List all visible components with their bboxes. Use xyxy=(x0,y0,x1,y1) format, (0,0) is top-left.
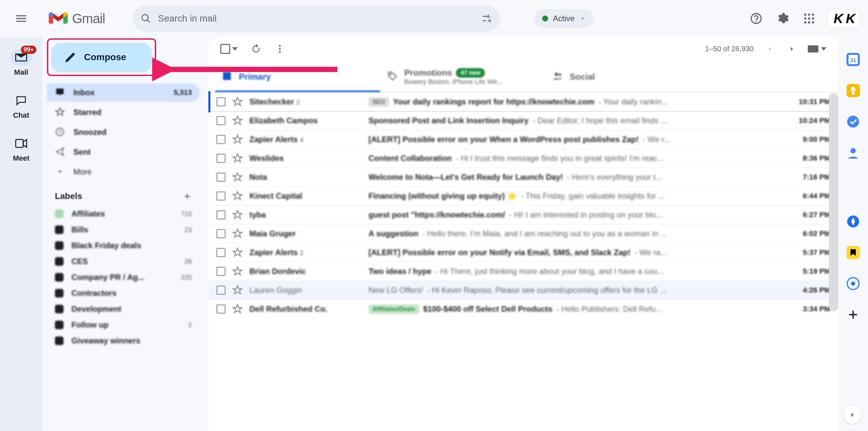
addon-2-icon[interactable] xyxy=(846,246,860,259)
row-checkbox[interactable] xyxy=(216,154,226,163)
row-checkbox[interactable] xyxy=(216,116,226,125)
row-checkbox[interactable] xyxy=(216,210,226,220)
main-menu-button[interactable] xyxy=(8,5,34,32)
expand-panel-button[interactable] xyxy=(843,406,861,424)
label-item[interactable]: Giveaway winners xyxy=(47,333,200,349)
star-button[interactable] xyxy=(232,97,243,107)
addon-3-icon[interactable] xyxy=(846,277,860,290)
row-checkbox[interactable] xyxy=(216,286,226,295)
email-row[interactable]: Sitechecker 2 SEOYour daily rankings rep… xyxy=(208,92,838,111)
email-row[interactable]: Zapier Alerts 4 [ALERT] Possible error o… xyxy=(208,130,838,149)
star-button[interactable] xyxy=(232,115,243,126)
get-addons-button[interactable] xyxy=(846,308,860,321)
select-all[interactable] xyxy=(220,44,238,54)
calendar-icon[interactable]: 31 xyxy=(846,53,860,66)
sidebar-item-more[interactable]: More xyxy=(47,163,200,181)
star-button[interactable] xyxy=(232,209,243,220)
ext-icon-1: K xyxy=(834,11,842,26)
rail-chat[interactable]: Chat xyxy=(10,93,32,120)
tab-promotions[interactable]: Promotions47 newBowery Boston, iPhone Li… xyxy=(380,61,546,92)
label-item[interactable]: Bills 23 xyxy=(47,222,200,238)
sidebar-item-snoozed[interactable]: Snoozed xyxy=(47,123,200,141)
email-subject: Sponsored Post and Link Insertion Inquir… xyxy=(369,116,529,125)
email-time: 10:31 PM xyxy=(787,98,830,106)
star-button[interactable] xyxy=(232,285,243,296)
email-row[interactable]: Lauren Goggin New LG Offers! - Hi Kevin … xyxy=(208,280,838,299)
row-checkbox[interactable] xyxy=(216,135,226,144)
email-row[interactable]: Weslides Content Collaboration - Hi I tr… xyxy=(208,149,838,168)
email-row[interactable]: Nota Welcome to Nota—Let's Get Ready for… xyxy=(208,168,838,187)
email-subject: Two ideas / hype xyxy=(369,267,431,276)
sidebar-item-starred[interactable]: Starred xyxy=(47,103,200,122)
row-checkbox[interactable] xyxy=(216,191,226,201)
email-row[interactable]: tyba guest post "https://knowtechie.com/… xyxy=(208,205,838,224)
input-tools-button[interactable] xyxy=(808,45,826,53)
sidebar-item-inbox[interactable]: Inbox 5,313 xyxy=(47,83,200,102)
svg-point-12 xyxy=(279,45,280,46)
settings-button[interactable] xyxy=(775,10,790,27)
label-color-icon xyxy=(55,225,63,234)
folder-label: Starred xyxy=(73,108,184,117)
label-item[interactable]: Follow up 2 xyxy=(47,317,200,333)
addon-1-icon[interactable] xyxy=(846,215,860,228)
row-checkbox[interactable] xyxy=(216,229,226,238)
svg-point-18 xyxy=(555,72,558,76)
star-button[interactable] xyxy=(232,191,243,201)
star-button[interactable] xyxy=(232,304,243,314)
status-chip[interactable]: Active xyxy=(534,9,593,28)
label-item[interactable]: Affiliates 710 xyxy=(47,206,200,222)
star-icon xyxy=(55,107,65,118)
email-sender: Zapier Alerts 4 xyxy=(249,135,362,144)
label-item[interactable]: CES 28 xyxy=(47,254,200,269)
email-row[interactable]: Kinect Capital Financing (without giving… xyxy=(208,187,838,205)
search-input[interactable] xyxy=(158,13,475,24)
email-row[interactable]: Brian Dordevic Two ideas / hype - Hi The… xyxy=(208,262,838,280)
scrollbar[interactable] xyxy=(829,93,838,311)
tab-social[interactable]: Social xyxy=(546,61,711,92)
annotation-arrow xyxy=(152,56,344,82)
star-button[interactable] xyxy=(232,247,243,258)
sidebar-item-sent[interactable]: Sent xyxy=(47,143,200,161)
row-checkbox[interactable] xyxy=(216,172,226,182)
row-checkbox[interactable] xyxy=(216,248,226,257)
compose-highlight-box: Compose xyxy=(47,38,156,76)
star-button[interactable] xyxy=(232,266,243,277)
tasks-icon[interactable] xyxy=(846,115,860,128)
email-row[interactable]: Elizabeth Campos Sponsored Post and Link… xyxy=(208,111,838,130)
email-row[interactable]: Dell Refurbished Co. Affiliates/Deals$10… xyxy=(208,299,838,318)
star-button[interactable] xyxy=(232,172,243,183)
label-count: 23 xyxy=(185,226,192,234)
row-checkbox[interactable] xyxy=(216,267,226,276)
prev-page-button[interactable] xyxy=(766,45,773,53)
email-sender: Kinect Capital xyxy=(249,191,362,201)
next-page-button[interactable] xyxy=(788,45,796,53)
add-label-icon[interactable] xyxy=(183,192,192,201)
row-checkbox[interactable] xyxy=(216,97,226,106)
email-row[interactable]: Maia Gruger A suggestion - Hello there, … xyxy=(208,224,838,243)
star-button[interactable] xyxy=(232,153,243,164)
checkbox-icon xyxy=(220,44,230,54)
search-box[interactable] xyxy=(133,5,500,32)
label-item[interactable]: Black Friday deals xyxy=(47,238,200,254)
more-button[interactable] xyxy=(275,44,285,54)
rail-meet[interactable]: Meet xyxy=(10,135,32,163)
logo[interactable]: Gmail xyxy=(48,11,105,26)
refresh-button[interactable] xyxy=(251,44,261,54)
rail-mail[interactable]: 99+ Mail xyxy=(10,49,32,77)
star-button[interactable] xyxy=(232,228,243,239)
keep-icon[interactable] xyxy=(846,84,860,97)
row-checkbox[interactable] xyxy=(216,304,226,314)
extension-chip[interactable]: K K xyxy=(828,9,860,28)
label-item[interactable]: Development xyxy=(47,301,200,317)
inbox-icon xyxy=(55,87,65,98)
apps-button[interactable] xyxy=(801,10,817,27)
label-item[interactable]: Contractors xyxy=(47,285,200,301)
email-snippet: - Hi! I am interested in posting on your… xyxy=(509,210,662,220)
contacts-icon[interactable] xyxy=(846,146,860,159)
support-button[interactable] xyxy=(748,10,764,27)
compose-button[interactable]: Compose xyxy=(52,43,152,71)
search-options-icon[interactable] xyxy=(481,13,492,24)
star-button[interactable] xyxy=(232,134,243,145)
email-row[interactable]: Zapier Alerts 2 [ALERT] Possible error o… xyxy=(208,243,838,262)
label-item[interactable]: Company PR / Ag... 220 xyxy=(47,269,200,285)
